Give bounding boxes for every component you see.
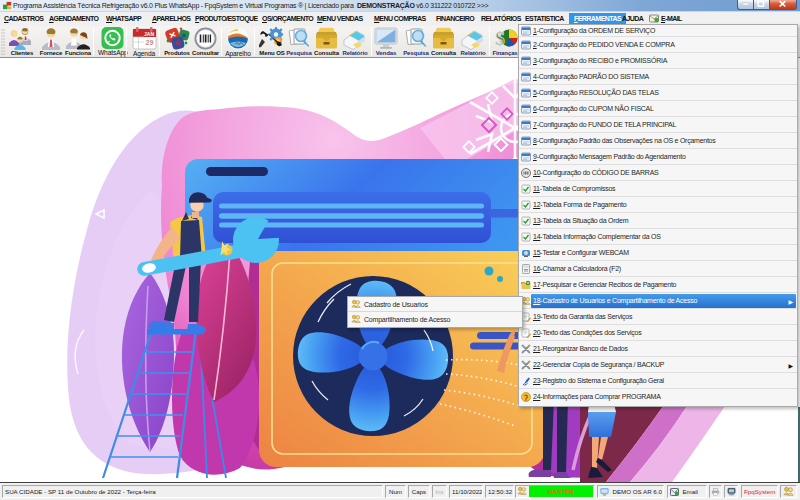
svg-text:JAN: JAN (143, 31, 153, 37)
svg-text:$: $ (495, 28, 505, 49)
svg-text:29: 29 (145, 39, 153, 46)
